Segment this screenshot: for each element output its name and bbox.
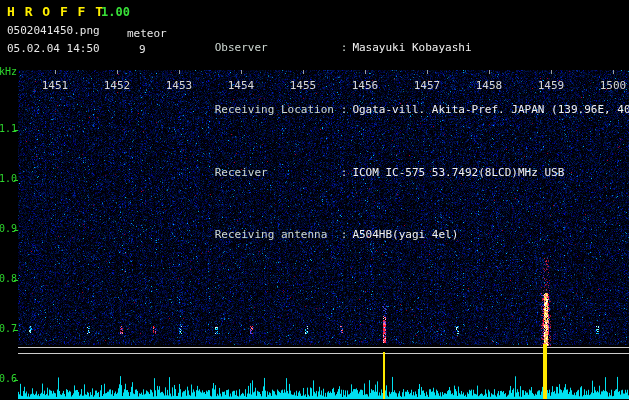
meta-colon: : — [341, 229, 348, 242]
meta-label: Observer — [215, 42, 341, 55]
meta-label: Receiving Location — [215, 104, 341, 117]
meta-value: Ogata-vill. Akita-Pref. JAPAN (139.96E, … — [352, 103, 629, 116]
meta-row: Receiving Location:Ogata-vill. Akita-Pre… — [175, 92, 627, 130]
x-axis-tick-label: 1454 — [227, 79, 255, 92]
y-axis-unit: kHz — [0, 66, 17, 77]
x-axis-tick-label: 1451 — [41, 79, 69, 92]
y-axis-tick-label: 1.0 — [0, 173, 17, 184]
x-axis-tick-label: 1453 — [165, 79, 193, 92]
echo-count: 9 — [139, 43, 146, 56]
observation-metadata: Observer:Masayuki Kobayashi Receiving Lo… — [175, 4, 627, 279]
hrofft-output: H R O F F T 1.00 0502041450.png meteor 0… — [0, 0, 629, 400]
y-axis-tick-label: 0.9 — [0, 223, 17, 234]
meta-row: Receiver:ICOM IC-575 53.7492(8LCD)MHz US… — [175, 154, 627, 192]
y-axis-tick-label: 0.7 — [0, 323, 17, 334]
app-title: H R O F F T — [7, 4, 104, 19]
x-axis-tick-label: 1456 — [351, 79, 379, 92]
meta-label: Receiving antenna — [215, 229, 341, 242]
meta-row: Receiving antenna:A504HB(yagi 4el) — [175, 217, 627, 255]
x-axis-tick-label: 1455 — [289, 79, 317, 92]
filename-label: 0502041450.png — [7, 24, 100, 37]
meta-label: Receiver — [215, 167, 341, 180]
x-axis-tick-label: 1459 — [537, 79, 565, 92]
y-axis-tick-label: 1.1 — [0, 123, 17, 134]
y-axis-tick-label: 0.8 — [0, 273, 17, 284]
x-axis-tick-label: 1458 — [475, 79, 503, 92]
datetime-label: 05.02.04 14:50 — [7, 42, 100, 55]
mode-label: meteor — [127, 27, 167, 40]
meta-value: Masayuki Kobayashi — [352, 41, 471, 54]
x-axis-tick-label: 1457 — [413, 79, 441, 92]
x-axis-tick-label: 1500 — [599, 79, 627, 92]
app-version: 1.00 — [101, 5, 130, 19]
meta-value: A504HB(yagi 4el) — [352, 228, 458, 241]
y-axis-tick-label: 0.6 — [0, 373, 17, 384]
meta-colon: : — [341, 104, 348, 117]
x-axis-tick-label: 1452 — [103, 79, 131, 92]
meta-row: Observer:Masayuki Kobayashi — [175, 29, 627, 67]
meta-colon: : — [341, 42, 348, 55]
meta-colon: : — [341, 167, 348, 180]
meta-value: ICOM IC-575 53.7492(8LCD)MHz USB — [352, 166, 564, 179]
